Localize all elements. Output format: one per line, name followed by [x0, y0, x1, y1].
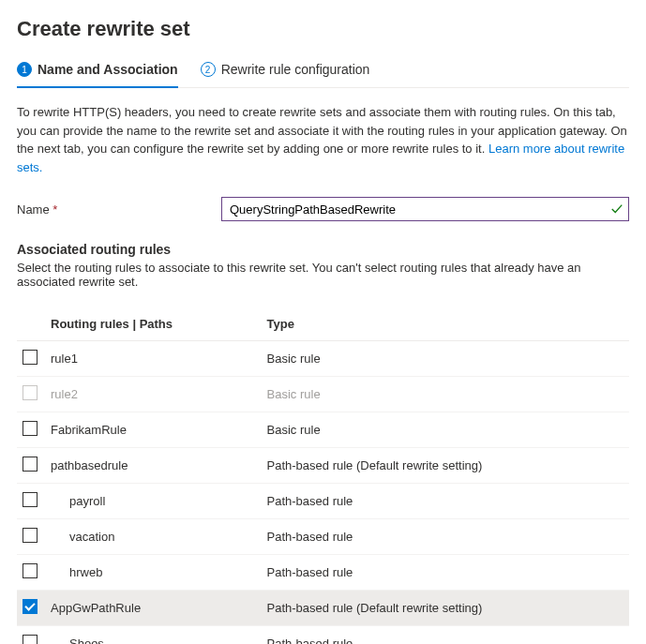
row-name: Shoes	[45, 626, 262, 645]
tab-1[interactable]: 1Name and Association	[17, 62, 178, 88]
col-header-name: Routing rules | Paths	[45, 307, 262, 341]
row-checkbox[interactable]	[23, 421, 38, 436]
table-row: payrollPath-based rule	[17, 484, 629, 519]
name-label: Name *	[17, 202, 221, 217]
row-name: FabrikamRule	[45, 412, 262, 448]
routing-rules-table: Routing rules | Paths Type rule1Basic ru…	[17, 307, 629, 644]
tab-badge-icon: 2	[201, 62, 216, 77]
row-name: rule2	[45, 377, 262, 412]
row-type: Path-based rule	[262, 519, 629, 555]
description-text: To rewrite HTTP(S) headers, you need to …	[17, 103, 629, 176]
table-row: FabrikamRuleBasic rule	[17, 412, 629, 448]
wizard-tabs: 1Name and Association2Rewrite rule confi…	[17, 62, 629, 88]
tab-label: Name and Association	[38, 62, 178, 77]
row-checkbox[interactable]	[23, 599, 38, 614]
checkmark-icon	[610, 202, 623, 216]
row-name: vacation	[45, 519, 262, 555]
row-type: Basic rule	[262, 377, 629, 412]
name-input[interactable]	[221, 197, 629, 221]
row-checkbox[interactable]	[23, 635, 38, 644]
col-header-type: Type	[262, 307, 629, 341]
row-checkbox	[23, 385, 38, 400]
table-row: AppGwPathRulePath-based rule (Default re…	[17, 591, 629, 626]
associated-rules-desc: Select the routing rules to associate to…	[17, 261, 629, 289]
row-type: Path-based rule (Default rewrite setting…	[262, 591, 629, 626]
row-type: Path-based rule	[262, 555, 629, 591]
row-checkbox[interactable]	[23, 350, 38, 365]
row-name: AppGwPathRule	[45, 591, 262, 626]
tab-label: Rewrite rule configuration	[221, 62, 370, 77]
row-name: hrweb	[45, 555, 262, 591]
row-checkbox[interactable]	[23, 563, 38, 578]
table-row: rule1Basic rule	[17, 341, 629, 377]
row-type: Path-based rule	[262, 626, 629, 645]
associated-rules-heading: Associated routing rules	[17, 242, 629, 257]
row-type: Basic rule	[262, 341, 629, 377]
table-row: pathbasedrulePath-based rule (Default re…	[17, 448, 629, 484]
row-checkbox[interactable]	[23, 528, 38, 543]
row-name: rule1	[45, 341, 262, 377]
row-type: Path-based rule (Default rewrite setting…	[262, 448, 629, 484]
row-type: Basic rule	[262, 412, 629, 448]
page-title: Create rewrite set	[17, 17, 629, 41]
table-row: vacationPath-based rule	[17, 519, 629, 555]
tab-badge-icon: 1	[17, 62, 32, 77]
tab-2[interactable]: 2Rewrite rule configuration	[201, 62, 370, 88]
table-row: hrwebPath-based rule	[17, 555, 629, 591]
row-name: pathbasedrule	[45, 448, 262, 484]
table-row: rule2Basic rule	[17, 377, 629, 412]
row-checkbox[interactable]	[23, 457, 38, 472]
row-name: payroll	[45, 484, 262, 519]
row-checkbox[interactable]	[23, 492, 38, 507]
table-row: ShoesPath-based rule	[17, 626, 629, 645]
row-type: Path-based rule	[262, 484, 629, 519]
